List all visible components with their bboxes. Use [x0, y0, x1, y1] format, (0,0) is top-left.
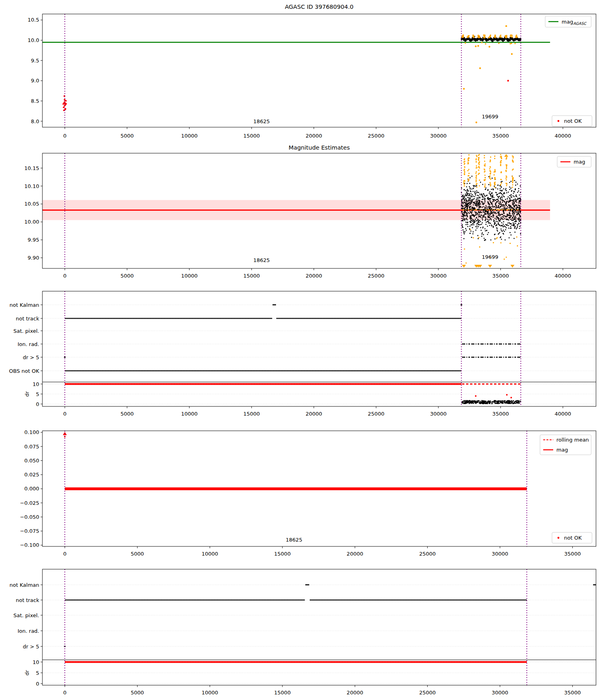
data-point	[506, 178, 507, 179]
data-point	[469, 195, 470, 196]
data-point	[505, 224, 506, 225]
data-point	[466, 224, 467, 225]
data-point	[505, 199, 506, 200]
data-point	[489, 401, 490, 402]
data-point	[501, 218, 502, 220]
data-point	[478, 159, 479, 160]
data-point	[478, 173, 480, 174]
data-point	[506, 216, 507, 218]
data-point	[503, 234, 504, 235]
data-point	[501, 190, 502, 192]
x-tick-label: 5000	[131, 690, 144, 696]
data-point	[484, 186, 485, 188]
data-point	[497, 217, 498, 218]
data-point	[476, 156, 478, 157]
data-point	[462, 219, 464, 220]
data-point	[462, 224, 463, 225]
data-point	[468, 200, 469, 202]
data-point	[477, 202, 478, 204]
data-point	[514, 180, 515, 181]
data-point	[513, 220, 514, 221]
data-point	[464, 184, 465, 185]
data-point	[494, 400, 496, 401]
data-point	[476, 192, 477, 194]
data-point	[484, 175, 486, 176]
data-point	[514, 200, 515, 201]
data-point	[510, 200, 511, 202]
x-tick-label: 10000	[181, 273, 198, 279]
data-point	[477, 220, 478, 221]
data-point	[488, 214, 489, 215]
data-point	[480, 221, 481, 222]
data-point	[499, 214, 500, 216]
x-tick-label: 35000	[564, 690, 581, 696]
data-point	[506, 214, 508, 215]
data-point	[476, 165, 477, 166]
data-point	[484, 168, 485, 170]
data-point	[465, 198, 466, 199]
data-point	[511, 197, 512, 198]
data-point	[487, 212, 488, 214]
flag-category-label: dr > 5	[23, 644, 39, 650]
data-point	[509, 198, 510, 199]
data-point	[469, 209, 470, 210]
y-tick-label: −0.100	[20, 542, 39, 548]
data-point	[482, 196, 483, 197]
data-point	[467, 36, 468, 38]
data-point	[470, 187, 471, 188]
data-point	[464, 195, 466, 196]
data-point	[506, 168, 507, 169]
data-point	[466, 202, 467, 203]
data-point	[494, 36, 495, 38]
legend-label: rolling mean	[556, 437, 589, 443]
data-point	[505, 226, 506, 227]
data-point	[473, 222, 474, 224]
flag-category-label: OBS not OK	[9, 368, 40, 374]
data-point	[505, 402, 506, 404]
data-point	[468, 163, 469, 164]
data-point	[464, 214, 465, 215]
data-point	[484, 195, 485, 196]
data-point	[489, 215, 490, 216]
data-point	[496, 228, 497, 229]
data-point	[502, 204, 504, 206]
data-point	[483, 36, 484, 38]
data-point	[477, 402, 478, 403]
data-point	[502, 197, 503, 198]
data-point	[475, 173, 476, 174]
data-point	[470, 221, 471, 222]
data-point	[481, 209, 482, 210]
data-point	[478, 221, 479, 222]
data-point	[483, 402, 484, 404]
data-point	[468, 169, 469, 170]
data-point	[464, 170, 465, 171]
data-point	[491, 402, 492, 403]
data-point	[477, 201, 478, 202]
data-point	[476, 155, 477, 156]
data-point	[492, 212, 494, 214]
data-point	[483, 206, 484, 207]
data-point	[464, 198, 465, 200]
data-point	[478, 163, 479, 164]
data-point	[488, 198, 489, 199]
data-point	[504, 239, 506, 240]
data-point	[490, 212, 492, 213]
dr-tick-label: 10	[32, 659, 39, 665]
x-tick-label: 40000	[555, 273, 571, 279]
data-point	[515, 198, 516, 200]
x-tick-label: 15000	[243, 133, 260, 139]
data-point	[484, 198, 486, 199]
data-point	[494, 218, 496, 219]
data-point	[516, 211, 517, 212]
data-point	[466, 218, 467, 219]
x-tick-label: 10000	[181, 411, 198, 417]
data-point	[462, 225, 463, 226]
data-point	[473, 36, 474, 37]
data-point	[484, 177, 486, 178]
x-tick-label: 30000	[492, 690, 508, 696]
data-point	[519, 194, 520, 196]
data-point	[467, 219, 468, 220]
data-point	[506, 183, 507, 184]
data-point	[480, 206, 481, 207]
data-point	[506, 185, 507, 186]
